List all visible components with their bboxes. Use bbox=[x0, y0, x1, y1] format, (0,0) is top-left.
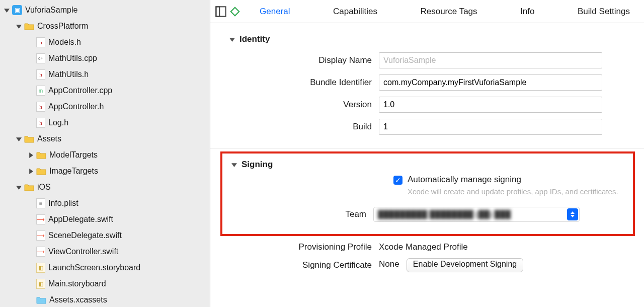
tree-row[interactable]: Assets bbox=[0, 131, 210, 147]
tab-info[interactable]: Info bbox=[511, 7, 543, 17]
storyboard-file-icon: ◧ bbox=[36, 263, 45, 273]
label-signing-certificate: Signing Certificate bbox=[210, 260, 379, 270]
folder-icon bbox=[24, 182, 34, 192]
header-file-icon: h bbox=[36, 69, 45, 80]
team-select[interactable]: █████████ ████████ (██) ███ bbox=[373, 207, 580, 222]
tree-label: MathUtils.h bbox=[48, 70, 89, 79]
section-title: Identity bbox=[239, 34, 270, 44]
label-bundle-id: Bundle Identifier bbox=[210, 78, 379, 88]
tree-row[interactable]: Assets.xcassets bbox=[0, 292, 210, 307]
folder-icon bbox=[24, 134, 34, 144]
tree-label: Info.plist bbox=[48, 199, 78, 208]
tree-row[interactable]: ⟶ViewController.swift bbox=[0, 244, 210, 260]
tree-row[interactable]: ImageTargets bbox=[0, 163, 210, 179]
auto-manage-signing-hint: Xcode will create and update profiles, a… bbox=[408, 187, 618, 197]
tree-label: ViewController.swift bbox=[48, 247, 118, 256]
header-file-icon: h bbox=[36, 102, 45, 112]
chevron-updown-icon bbox=[567, 208, 578, 220]
tab-build-settings[interactable]: Build Settings bbox=[569, 7, 639, 17]
enable-development-signing-button[interactable]: Enable Development Signing bbox=[407, 258, 523, 272]
label-display-name: Display Name bbox=[210, 55, 379, 65]
auto-manage-signing-label: Automatically manage signing bbox=[408, 175, 618, 185]
disclosure-down-icon[interactable] bbox=[230, 161, 237, 168]
tree-row[interactable]: ModelTargets bbox=[0, 147, 210, 163]
auto-manage-signing-checkbox[interactable]: ✓ bbox=[393, 176, 403, 185]
tree-label: ImageTargets bbox=[49, 167, 98, 176]
tree-row[interactable]: hModels.h bbox=[0, 34, 210, 50]
version-input[interactable] bbox=[379, 97, 602, 113]
label-build: Build bbox=[210, 122, 379, 132]
tree-row[interactable]: iOS bbox=[0, 179, 210, 195]
label-version: Version bbox=[210, 100, 379, 110]
svg-marker-1 bbox=[16, 25, 22, 29]
tree-label: LaunchScreen.storyboard bbox=[48, 263, 140, 272]
tree-row[interactable]: CrossPlatform bbox=[0, 18, 210, 34]
tree-label: ModelTargets bbox=[49, 150, 98, 160]
tree-row[interactable]: ◧Main.storyboard bbox=[0, 276, 210, 292]
disclosure-down-icon[interactable] bbox=[15, 23, 22, 30]
header-file-icon: h bbox=[36, 37, 45, 47]
folder-icon bbox=[36, 166, 46, 176]
tree-label: VuforiaSample bbox=[25, 6, 77, 15]
tree-label: Log.h bbox=[48, 118, 68, 127]
svg-marker-8 bbox=[231, 7, 239, 16]
disclosure-right-icon[interactable] bbox=[27, 168, 34, 175]
target-tab-bar: GeneralCapabilitiesResource TagsInfoBuil… bbox=[210, 0, 644, 23]
section-identity: Identity Display Name Bundle Identifier … bbox=[210, 23, 644, 138]
disclosure-down-icon[interactable] bbox=[15, 184, 22, 191]
swift-file-icon: ⟶ bbox=[36, 214, 45, 224]
storyboard-file-icon: ◧ bbox=[36, 279, 45, 289]
tree-row[interactable]: ⟶AppDelegate.swift bbox=[0, 211, 210, 227]
tree-row[interactable]: ▣VuforiaSample bbox=[0, 2, 210, 18]
tab-general[interactable]: General bbox=[251, 7, 299, 17]
project-icon: ▣ bbox=[12, 5, 22, 15]
disclosure-down-icon[interactable] bbox=[3, 7, 10, 14]
svg-marker-5 bbox=[16, 186, 22, 190]
tree-label: AppController.cpp bbox=[48, 86, 112, 95]
folder-icon bbox=[36, 295, 46, 305]
tree-label: CrossPlatform bbox=[37, 22, 88, 31]
tree-row[interactable]: hMathUtils.h bbox=[0, 66, 210, 83]
tree-row[interactable]: mAppController.cpp bbox=[0, 83, 210, 99]
tree-label: MathUtils.cpp bbox=[48, 54, 97, 63]
disclosure-right-icon[interactable] bbox=[27, 151, 34, 159]
label-team: Team bbox=[222, 209, 373, 219]
tree-row[interactable]: ≡Info.plist bbox=[0, 195, 210, 211]
plist-file-icon: ≡ bbox=[36, 198, 45, 208]
editor-pane: GeneralCapabilitiesResource TagsInfoBuil… bbox=[210, 0, 644, 307]
target-indicator-icon[interactable] bbox=[229, 6, 240, 17]
tab-resource-tags[interactable]: Resource Tags bbox=[411, 7, 486, 17]
tree-label: Assets bbox=[37, 134, 61, 143]
svg-marker-10 bbox=[231, 163, 237, 167]
team-value-obscured: █████████ ████████ (██) ███ bbox=[378, 210, 511, 218]
tree-label: AppController.h bbox=[48, 102, 104, 111]
build-input[interactable] bbox=[379, 119, 602, 135]
disclosure-down-icon[interactable] bbox=[228, 36, 235, 43]
folder-icon bbox=[24, 21, 34, 31]
tree-row[interactable]: hAppController.h bbox=[0, 99, 210, 115]
section-signing-highlight: Signing ✓ Automatically manage signing X… bbox=[220, 151, 635, 236]
project-navigator[interactable]: ▣VuforiaSampleCrossPlatformhModels.hc+Ma… bbox=[0, 0, 210, 307]
tree-label: Models.h bbox=[48, 38, 81, 47]
svg-rect-6 bbox=[216, 7, 225, 16]
display-name-input[interactable] bbox=[379, 52, 602, 68]
svg-marker-3 bbox=[29, 152, 33, 158]
bundle-id-input[interactable] bbox=[379, 74, 602, 91]
tree-row[interactable]: ◧LaunchScreen.storyboard bbox=[0, 260, 210, 276]
swift-file-icon: ⟶ bbox=[36, 247, 45, 257]
svg-marker-0 bbox=[4, 9, 10, 13]
svg-marker-4 bbox=[29, 169, 33, 174]
label-provisioning-profile: Provisioning Profile bbox=[210, 242, 379, 252]
disclosure-down-icon[interactable] bbox=[15, 135, 22, 142]
section-title: Signing bbox=[242, 160, 273, 170]
svg-marker-2 bbox=[16, 137, 22, 141]
signing-certificate-value: None bbox=[379, 259, 399, 269]
svg-marker-9 bbox=[229, 38, 235, 42]
tree-label: AppDelegate.swift bbox=[48, 215, 113, 224]
panel-icon[interactable] bbox=[215, 6, 226, 17]
tree-row[interactable]: ⟶SceneDelegate.swift bbox=[0, 227, 210, 244]
tree-label: Main.storyboard bbox=[48, 279, 106, 288]
tree-row[interactable]: c+MathUtils.cpp bbox=[0, 50, 210, 66]
tab-capabilities[interactable]: Capabilities bbox=[324, 7, 386, 17]
tree-row[interactable]: hLog.h bbox=[0, 115, 210, 131]
